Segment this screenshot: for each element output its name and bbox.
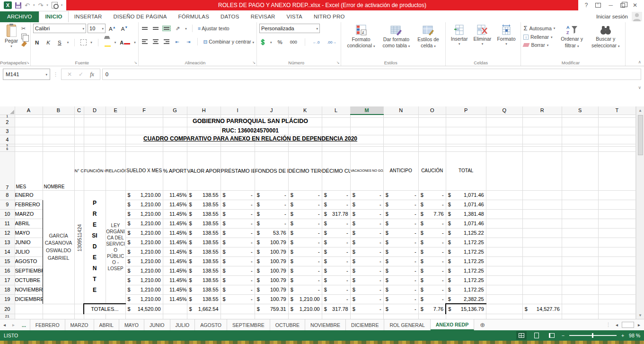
row-header[interactable]: 18 xyxy=(0,285,15,294)
cell-dec3[interactable]: $- xyxy=(288,190,322,200)
row-header[interactable]: 13 xyxy=(0,238,15,247)
cell[interactable] xyxy=(106,314,125,319)
cell[interactable] xyxy=(106,127,125,135)
cell[interactable] xyxy=(598,135,635,144)
cell[interactable] xyxy=(255,314,288,319)
cell[interactable] xyxy=(446,127,486,135)
hdr-prestamo[interactable]: PRÉSTAMO IESS xyxy=(221,151,255,190)
cell-pct[interactable]: 11.45% xyxy=(163,285,187,294)
delete-cells-button[interactable]: Eliminar ▾ xyxy=(470,24,494,46)
cell-vac[interactable]: $- xyxy=(350,285,383,294)
cell[interactable] xyxy=(288,117,322,127)
horizontal-scroll-thumb[interactable] xyxy=(622,322,634,328)
font-color-dropdown-icon[interactable]: ▾ xyxy=(134,41,136,44)
cell-mes[interactable]: NOVIEMBRE xyxy=(15,285,43,294)
cell[interactable] xyxy=(15,117,43,127)
print-preview-icon[interactable] xyxy=(52,2,58,9)
zoom-out-icon[interactable]: − xyxy=(562,333,565,338)
cell[interactable] xyxy=(322,127,350,135)
cell-dec4[interactable]: $- xyxy=(322,190,350,200)
cell[interactable] xyxy=(288,135,322,144)
cell[interactable] xyxy=(562,228,598,238)
cell-anticipo[interactable]: $- xyxy=(383,209,418,219)
cell[interactable] xyxy=(255,117,288,127)
find-select-button[interactable]: Buscar y seleccionar ▾ xyxy=(589,24,623,49)
tab-nitro-pro[interactable]: NITRO PRO xyxy=(308,11,351,22)
cell-caucion[interactable]: $- xyxy=(418,266,446,275)
cell[interactable] xyxy=(522,190,562,200)
cell[interactable] xyxy=(350,135,383,144)
cell[interactable] xyxy=(383,146,418,151)
dialog-launcher-icon[interactable]: ↘ xyxy=(336,61,340,65)
cell[interactable] xyxy=(288,314,322,319)
cell[interactable] xyxy=(350,314,383,319)
cell[interactable] xyxy=(74,117,84,127)
page-layout-view-button[interactable] xyxy=(531,331,542,340)
cell[interactable] xyxy=(562,135,598,144)
cell[interactable] xyxy=(43,135,74,144)
cell[interactable] xyxy=(383,314,418,319)
cell-dec3[interactable]: $- xyxy=(288,247,322,256)
cell[interactable] xyxy=(522,266,562,275)
col-header[interactable]: F xyxy=(125,106,163,115)
cell-fondos[interactable]: $- xyxy=(255,190,288,200)
align-middle-icon[interactable] xyxy=(152,26,159,31)
formula-input[interactable]: 0 xyxy=(102,69,641,80)
cell[interactable] xyxy=(562,275,598,285)
cell[interactable] xyxy=(486,219,522,228)
customize-qat-icon[interactable]: ▾ xyxy=(61,3,63,7)
cell[interactable] xyxy=(74,127,84,135)
cell-aporte[interactable]: $138.55 xyxy=(187,294,221,304)
cell[interactable] xyxy=(187,127,221,135)
cell[interactable] xyxy=(163,304,187,314)
col-header[interactable]: G xyxy=(163,106,187,115)
cell-dec4[interactable]: $- xyxy=(322,294,350,304)
cell[interactable] xyxy=(446,117,486,127)
cell-dec3[interactable]: $- xyxy=(288,209,322,219)
cell-pct[interactable]: 11.45% xyxy=(163,209,187,219)
col-header[interactable]: S xyxy=(562,106,598,115)
font-color-icon[interactable]: A xyxy=(120,40,130,45)
cell[interactable] xyxy=(562,304,598,314)
cell-mes[interactable]: AGOSTO xyxy=(15,256,43,266)
cell[interactable] xyxy=(598,266,635,275)
cell[interactable] xyxy=(163,117,187,127)
undo-icon[interactable]: ↶ xyxy=(25,2,30,9)
cell-fondos[interactable]: $53.76 xyxy=(255,228,288,238)
cell-total[interactable]: $1,172.25 xyxy=(446,285,486,294)
cell[interactable] xyxy=(288,146,322,151)
merge-center-button[interactable]: ⊟ Combinar y centrar ▾ xyxy=(203,39,254,44)
select-all-corner[interactable] xyxy=(0,106,15,115)
cell[interactable] xyxy=(522,135,562,144)
col-header[interactable]: P xyxy=(446,106,486,115)
cell-mes[interactable]: OCTUBRE xyxy=(15,275,43,285)
prev-sheet-icon[interactable]: ◂ xyxy=(0,319,9,330)
cell[interactable] xyxy=(84,117,106,127)
cell-aporte[interactable]: $138.55 xyxy=(187,285,221,294)
cell-vac[interactable]: $- xyxy=(350,228,383,238)
cell-mes[interactable]: DICIEMBRE xyxy=(15,294,43,304)
align-top-icon[interactable] xyxy=(141,26,149,31)
cell[interactable] xyxy=(598,294,635,304)
number-format-combo[interactable]: Personalizada ▾ xyxy=(259,24,320,33)
cell[interactable] xyxy=(486,266,522,275)
cell[interactable] xyxy=(522,209,562,219)
cell[interactable] xyxy=(486,209,522,219)
cell[interactable] xyxy=(106,146,125,151)
cell-total-aporte[interactable]: $1,662.54 xyxy=(187,304,221,314)
cell-pct[interactable]: 11.45% xyxy=(163,256,187,266)
cell-caucion[interactable]: $- xyxy=(418,238,446,247)
cell[interactable] xyxy=(15,314,43,319)
accounting-dropdown-icon[interactable]: ▾ xyxy=(270,41,272,44)
cell-prestamo[interactable]: $- xyxy=(221,285,255,294)
cell[interactable] xyxy=(486,228,522,238)
sheet-tab-febrero[interactable]: FEBRERO xyxy=(30,319,65,330)
cell[interactable] xyxy=(418,146,446,151)
vertical-scroll-thumb[interactable] xyxy=(638,115,643,155)
cell[interactable] xyxy=(598,238,635,247)
accounting-format-icon[interactable]: 💲 xyxy=(259,39,266,45)
hdr-anticipo[interactable]: ANTICIPO xyxy=(383,151,418,190)
cell[interactable] xyxy=(562,294,598,304)
cell-anticipo[interactable]: $- xyxy=(383,285,418,294)
fill-color-dropdown-icon[interactable]: ▾ xyxy=(115,41,116,44)
